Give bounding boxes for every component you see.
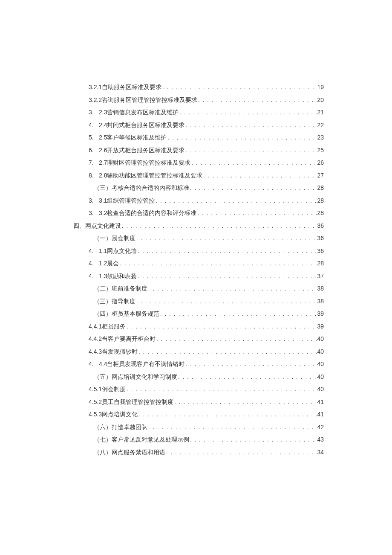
toc-section-number: 2.4 [99, 122, 107, 128]
toc-container: 3.2.1 自助服务区标准及要求 193.2.2 咨询服务区管理管控管控标准及要… [73, 84, 324, 462]
toc-section-number: 4.5.2 [89, 399, 102, 405]
toc-section-number: 3.2 [99, 210, 107, 216]
toc-entry-prefix: 3.2.2 [89, 97, 102, 103]
toc-entry-prefix: 4.1.2 [89, 260, 107, 267]
toc-section-number: 4.4.3 [89, 349, 102, 355]
toc-page-number: 19 [317, 84, 324, 90]
toc-leader-dots [189, 186, 317, 191]
toc-entry-label: 自助服务区标准及要求 [102, 84, 161, 90]
toc-list-number: 3. [89, 109, 99, 115]
toc-entry-prefix: 4.1.3 [89, 273, 107, 279]
toc-entry-label: 当发现假钞时 [102, 349, 138, 355]
toc-section-number: 1.1 [99, 248, 107, 254]
toc-page-number: 28 [317, 185, 324, 191]
toc-leader-dots [167, 135, 317, 140]
toc-section-number: 2.5 [99, 134, 107, 140]
toc-leader-dots [197, 98, 317, 103]
toc-entry: （六）打造卓越团队 42 [73, 424, 324, 430]
toc-page-number: 40 [317, 349, 324, 355]
toc-entry-label: 辅助功能区管理管控管控标准及要求 [107, 173, 202, 179]
toc-entry: 4.5.1 例会制度 40 [73, 386, 324, 392]
toc-page-number: 21 [317, 109, 324, 115]
toc-section-number: （四） [94, 311, 112, 317]
toc-entry: 4.1.1 网点文化墙 36 [73, 248, 324, 254]
toc-entry: （二）班前准备制度 38 [73, 285, 324, 292]
toc-section-number: （三） [94, 298, 112, 305]
toc-entry-label: 开放式柜台服务区标准及要求 [107, 148, 184, 154]
toc-entry-prefix: （三） [94, 299, 112, 305]
toc-section-number: 4.5.3 [89, 411, 102, 417]
toc-entry: 6.2.6 开放式柜台服务区标准及要求 25 [73, 147, 324, 154]
toc-entry: 4.4.1 柜员服务 39 [73, 323, 324, 330]
toc-page-number: 36 [317, 235, 324, 241]
toc-entry: 4.4.2 当客户要离开柜台时 40 [73, 336, 324, 342]
toc-leader-dots [184, 123, 317, 128]
toc-entry-prefix: 4.5.2 [89, 399, 102, 405]
toc-section-number: （七） [94, 436, 112, 443]
toc-list-number: 4. [89, 248, 99, 254]
toc-entry-label: 例会制度 [102, 386, 126, 392]
toc-section-number: 4.5.1 [89, 386, 102, 392]
toc-entry-prefix: （一） [94, 235, 112, 241]
toc-entry-label: 柜员服务 [102, 324, 126, 330]
toc-leader-dots [189, 437, 317, 442]
toc-list-number: 4. [89, 260, 99, 266]
toc-page-number: 20 [317, 97, 324, 103]
toc-entry: （八）网点服务禁语和用语 34 [73, 449, 324, 456]
toc-entry-prefix: 3.2.3 [89, 109, 107, 116]
toc-entry-prefix: 4.5.3 [89, 411, 102, 418]
toc-entry: （一）晨会制度 36 [73, 235, 324, 241]
toc-entry-prefix: 7.2.7 [89, 160, 107, 166]
toc-leader-dots [184, 148, 317, 153]
toc-entry-prefix: 4.5.1 [89, 386, 102, 392]
toc-leader-dots [147, 425, 317, 430]
toc-leader-dots [137, 274, 317, 279]
toc-section-number: 1.2 [99, 260, 107, 266]
toc-page-number: 42 [317, 424, 324, 430]
toc-leader-dots [202, 173, 317, 178]
toc-list-number: 3. [89, 210, 99, 216]
toc-list-number: 3. [89, 198, 99, 203]
toc-page-number: 22 [317, 122, 324, 128]
toc-leader-dots [196, 211, 317, 216]
toc-entry-label: 当柜员发现客户有不满情绪时 [107, 361, 184, 367]
toc-entry: （四）柜员基本服务规范 39 [73, 311, 324, 317]
toc-leader-dots [121, 224, 317, 229]
toc-entry: 3.2.1 自助服务区标准及要求 19 [73, 84, 324, 90]
toc-entry: 3.3.1 组织管理管控管控 28 [73, 198, 324, 204]
toc-entry: （三）考核合适的合适的内容和标准 28 [73, 185, 324, 191]
toc-entry-label: 封闭式柜台服务区标准及要求 [107, 122, 184, 128]
toc-section-number: （五） [94, 374, 112, 380]
toc-page-number: 36 [317, 248, 324, 254]
toc-section-number: 2.7 [99, 160, 107, 166]
toc-entry-prefix: 4.4.4 [89, 361, 107, 367]
toc-entry-label: 班前准备制度 [112, 286, 147, 292]
toc-entry-label: 晨会制度 [112, 235, 135, 241]
toc-entry: 四、网点文化建设 36 [73, 223, 324, 229]
toc-list-number: 7. [89, 160, 99, 166]
toc-leader-dots [135, 299, 317, 304]
toc-entry-prefix: （六） [94, 424, 112, 430]
toc-entry-label: 网点文化建设 [85, 223, 121, 229]
toc-entry-prefix: 4.4.2 [89, 336, 102, 342]
toc-entry-prefix: 5.2.5 [89, 134, 107, 141]
toc-chapter-number: 四、 [73, 223, 85, 229]
toc-entry-label: 网点文化墙 [107, 248, 137, 254]
toc-page-number: 27 [317, 172, 324, 178]
toc-entry-prefix: （二） [94, 286, 112, 292]
toc-entry-prefix: 4.2.4 [89, 122, 107, 128]
toc-page-number: 26 [317, 160, 324, 166]
toc-section-number: （二） [94, 285, 112, 292]
toc-page-number: 38 [317, 285, 324, 291]
toc-entry-label: 晨会 [107, 261, 119, 267]
toc-entry-label: 网点培训文化 [102, 412, 138, 418]
toc-entry-prefix: （七） [94, 437, 112, 443]
toc-entry-label: 柜员基本服务规范 [112, 311, 159, 317]
toc-section-number: （三） [94, 185, 112, 191]
toc-entry-prefix: 4.1.1 [89, 248, 107, 254]
toc-section-number: （六） [94, 424, 112, 430]
toc-entry: （五）网点培训文化和学习制度 40 [73, 374, 324, 380]
toc-leader-dots [190, 160, 317, 166]
toc-entry-label: 营销信息发布区标准及维护 [107, 110, 179, 116]
toc-entry: （七）客户常见反对意见及处理示例 43 [73, 436, 324, 443]
